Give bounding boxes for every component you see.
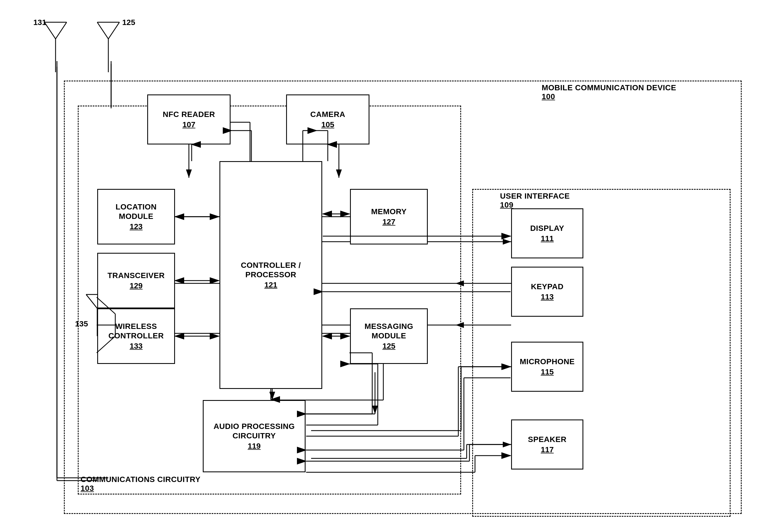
display-block: DISPLAY 111	[511, 208, 583, 259]
audio-processing-block: AUDIO PROCESSING CIRCUITRY 119	[203, 400, 306, 472]
user-interface-label: USER INTERFACE 109	[500, 192, 570, 210]
comms-circuitry-label: COMMUNICATIONS CIRCUITRY 103	[81, 475, 201, 493]
memory-block: MEMORY 127	[350, 189, 428, 245]
antenna-125: 125	[92, 17, 125, 72]
messaging-module-block: MESSAGING MODULE 125	[350, 308, 428, 364]
controller-processor-block: CONTROLLER / PROCESSOR 121	[220, 161, 322, 389]
antenna-131-label: 131	[33, 18, 46, 27]
antenna-125-label: 125	[122, 18, 135, 27]
svg-line-43	[97, 22, 108, 39]
wireless-controller-block: WIRELESS CONTROLLER 133	[97, 308, 175, 364]
antenna-135-label: 135	[75, 319, 88, 328]
antenna-131: 131	[39, 17, 72, 72]
nfc-reader-block: NFC READER 107	[147, 95, 231, 145]
svg-line-40	[56, 22, 67, 39]
microphone-block: MICROPHONE 115	[511, 342, 583, 392]
location-module-block: LOCATION MODULE 123	[97, 189, 175, 245]
camera-block: CAMERA 105	[286, 95, 370, 145]
diagram-container: MOBILE COMMUNICATION DEVICE 100 COMMUNIC…	[0, 0, 765, 532]
keypad-block: KEYPAD 113	[511, 267, 583, 317]
mobile-device-label: MOBILE COMMUNICATION DEVICE 100	[542, 83, 676, 101]
speaker-block: SPEAKER 117	[511, 419, 583, 469]
svg-line-44	[108, 22, 119, 39]
transceiver-block: TRANSCEIVER 129	[97, 253, 175, 308]
svg-line-47	[86, 294, 97, 308]
